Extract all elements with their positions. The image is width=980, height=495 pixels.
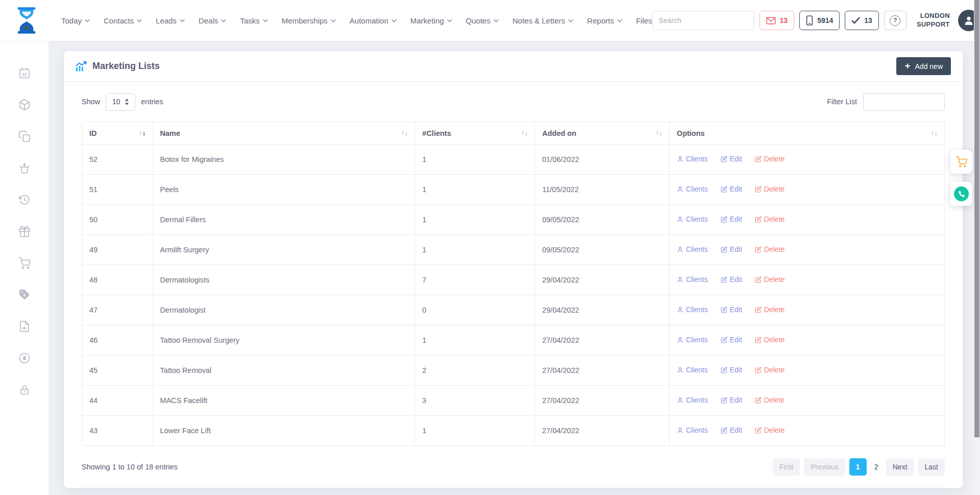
- column-header-clients[interactable]: #Clients↑↓: [415, 122, 535, 145]
- cell-id: 49: [82, 235, 153, 265]
- clients-link[interactable]: Clients: [677, 185, 708, 193]
- main-content: Marketing Lists + Add new Show 10 entrie…: [48, 41, 980, 495]
- phone-badge-button[interactable]: 5914: [799, 11, 840, 30]
- delete-link[interactable]: Delete: [755, 275, 785, 284]
- edit-icon: [721, 337, 727, 343]
- mail-badge-button[interactable]: 13: [760, 11, 795, 30]
- marketing-lists-table: ID↑↓ Name↑↓ #Clients↑↓ Added on↑↓ Option…: [82, 122, 945, 446]
- delete-link[interactable]: Delete: [755, 155, 785, 163]
- clients-link[interactable]: Clients: [677, 245, 708, 253]
- nav-menu-item[interactable]: Tasks: [240, 16, 267, 25]
- table-controls: Show 10 entries Filter List: [64, 82, 963, 122]
- edit-link[interactable]: Edit: [721, 305, 742, 314]
- cart-icon[interactable]: [18, 257, 31, 269]
- edit-link[interactable]: Edit: [721, 396, 742, 404]
- scrollbar-thumb[interactable]: [974, 0, 979, 437]
- left-sidebar: 12 $: [0, 41, 48, 495]
- delete-link[interactable]: Delete: [755, 215, 785, 223]
- delete-link[interactable]: Delete: [755, 245, 785, 253]
- filter-input[interactable]: [863, 93, 945, 111]
- nav-menu-item[interactable]: Contacts: [104, 16, 142, 25]
- search-input[interactable]: [653, 11, 754, 30]
- nav-menu-item[interactable]: Notes & Letters: [512, 16, 573, 25]
- clients-link[interactable]: Clients: [677, 275, 708, 284]
- edit-link[interactable]: Edit: [721, 155, 742, 163]
- sort-icon: ↑↓: [521, 130, 528, 136]
- cell-clients: 2: [415, 356, 535, 386]
- delete-icon: [755, 276, 762, 283]
- clients-link[interactable]: Clients: [677, 336, 708, 344]
- clients-link[interactable]: Clients: [677, 366, 708, 374]
- clients-link[interactable]: Clients: [677, 305, 708, 314]
- copy-icon[interactable]: [18, 130, 31, 143]
- nav-menu-item[interactable]: Quotes: [466, 16, 499, 25]
- cell-options: Clients Edit Delete: [669, 295, 944, 325]
- cell-id: 46: [82, 325, 153, 356]
- account-lock-icon[interactable]: [18, 352, 31, 364]
- delete-icon: [755, 186, 762, 193]
- clients-link[interactable]: Clients: [677, 155, 708, 163]
- delete-link[interactable]: Delete: [755, 366, 785, 374]
- edit-link[interactable]: Edit: [721, 185, 742, 193]
- cell-id: 43: [82, 416, 153, 446]
- nav-menu-item[interactable]: Today: [61, 16, 90, 25]
- nav-menu-item[interactable]: Marketing: [410, 16, 452, 25]
- cell-added-on: 29/04/2022: [535, 295, 670, 325]
- nav-menu-item[interactable]: Reports: [587, 16, 622, 25]
- clients-link[interactable]: Clients: [677, 396, 708, 404]
- clients-link[interactable]: Clients: [677, 426, 708, 434]
- pagination-next[interactable]: Next: [886, 458, 914, 476]
- edit-link[interactable]: Edit: [721, 245, 742, 253]
- table-row: 51 Peels 1 11/05/2022 Clients: [82, 175, 945, 205]
- calendar-icon[interactable]: 12: [18, 67, 31, 79]
- history-icon[interactable]: [18, 194, 31, 206]
- edit-link[interactable]: Edit: [721, 426, 742, 434]
- report-file-icon[interactable]: [18, 320, 31, 333]
- delete-link[interactable]: Delete: [755, 396, 785, 404]
- clients-link[interactable]: Clients: [677, 215, 708, 223]
- chevron-down-icon: [263, 19, 268, 22]
- column-header-options[interactable]: Options↑↓: [669, 122, 944, 145]
- lock-icon[interactable]: [18, 384, 31, 396]
- nav-menu-item[interactable]: Files: [636, 16, 652, 25]
- floating-cart-button[interactable]: [950, 150, 972, 174]
- delete-link[interactable]: Delete: [755, 336, 785, 344]
- package-icon[interactable]: [18, 99, 31, 111]
- floating-phone-button[interactable]: [950, 182, 972, 206]
- nav-menu-item[interactable]: Automation: [350, 16, 397, 25]
- pagination-page-1[interactable]: 1: [849, 458, 867, 476]
- tasks-badge-button[interactable]: 13: [845, 11, 879, 30]
- app-logo[interactable]: [15, 7, 38, 34]
- cart-icon: [956, 156, 967, 168]
- page-length-select[interactable]: 10: [106, 93, 135, 111]
- entries-label: entries: [141, 98, 163, 106]
- edit-link[interactable]: Edit: [721, 336, 742, 344]
- nav-menu-item[interactable]: Deals: [199, 16, 226, 25]
- column-header-name[interactable]: Name↑↓: [153, 122, 415, 145]
- nav-menu-item[interactable]: Leads: [156, 16, 185, 25]
- pagination-previous[interactable]: Previous: [804, 458, 845, 476]
- column-header-added-on[interactable]: Added on↑↓: [535, 122, 670, 145]
- pagination-page-2[interactable]: 2: [871, 458, 882, 476]
- stepper-icon: [125, 99, 129, 105]
- edit-link[interactable]: Edit: [721, 275, 742, 284]
- column-header-id[interactable]: ID↑↓: [82, 122, 153, 145]
- delete-link[interactable]: Delete: [755, 426, 785, 434]
- help-button[interactable]: ?: [884, 11, 906, 30]
- shopping-bag-icon[interactable]: [18, 162, 31, 174]
- cell-clients: 1: [415, 325, 535, 356]
- nav-menu-item[interactable]: Memberships: [282, 16, 336, 25]
- check-icon: [851, 17, 860, 24]
- pagination-first[interactable]: First: [773, 458, 800, 476]
- edit-link[interactable]: Edit: [721, 215, 742, 223]
- person-icon: [677, 216, 683, 223]
- add-new-button[interactable]: + Add new: [896, 57, 951, 75]
- delete-link[interactable]: Delete: [755, 185, 785, 193]
- gift-icon[interactable]: [18, 225, 31, 238]
- price-tag-icon[interactable]: $: [18, 289, 31, 301]
- delete-link[interactable]: Delete: [755, 305, 785, 314]
- pagination-last[interactable]: Last: [918, 458, 945, 476]
- cell-added-on: 29/04/2022: [535, 265, 670, 295]
- edit-link[interactable]: Edit: [721, 366, 742, 374]
- cell-added-on: 09/05/2022: [535, 235, 670, 265]
